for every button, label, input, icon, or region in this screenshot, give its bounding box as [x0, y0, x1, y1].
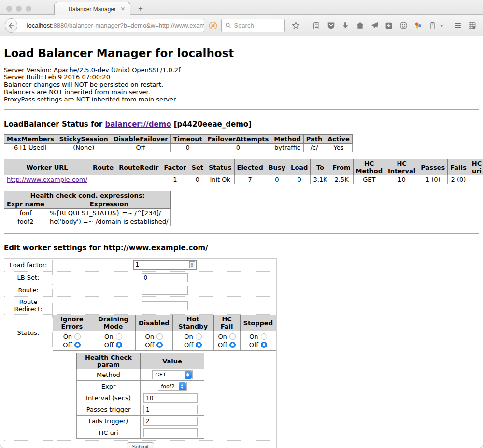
menu-button[interactable] [451, 19, 464, 32]
hot-standby-off-radio[interactable] [196, 342, 202, 348]
cell-to: 3.1K [311, 175, 330, 184]
save-page-button[interactable] [383, 19, 395, 32]
url-text[interactable]: localhost:8880/balancer-manager?b=demo&w… [27, 22, 204, 29]
cell-method: bytraffic [271, 144, 303, 152]
cell-disablefailover: Off [111, 144, 170, 152]
cell-elected: 7 [234, 175, 266, 184]
cell-expr-name: foof [4, 209, 47, 217]
cell-from: 2.5K [330, 175, 353, 184]
minimize-window-button[interactable] [16, 6, 22, 12]
hot-standby-on-radio[interactable] [196, 333, 202, 340]
block-indicator-button[interactable] [208, 19, 218, 32]
load-factor-label: Load factor: [4, 259, 53, 272]
hc-header-row: Health Check param Value [77, 353, 204, 369]
stopped-off-radio[interactable] [261, 342, 267, 348]
cell-expression: hc('body') =~ /domain is established/ [47, 217, 171, 226]
hc-method-label: Method [77, 369, 141, 381]
window-controls[interactable] [6, 6, 31, 12]
lb-set-input[interactable] [142, 273, 188, 282]
select-arrows-icon [179, 382, 186, 390]
colorful-dots-icon [413, 21, 423, 30]
draining-mode-on-radio[interactable] [116, 333, 122, 340]
col-maxmembers: MaxMembers [4, 135, 57, 144]
edit-worker-heading: Edit worker settings for http://www.exam… [4, 244, 479, 252]
col-disablefailover: DisableFailover [111, 135, 170, 144]
tab-bar: Balancer Manager ✕ + [0, 0, 483, 15]
cell-hc-interval: 10 [385, 175, 418, 184]
close-window-button[interactable] [6, 6, 12, 12]
stopped-on-radio[interactable] [261, 333, 267, 340]
proxypass-note-line: ProxyPass settings are NOT inherited fro… [4, 96, 479, 103]
search-field[interactable]: Search [221, 19, 285, 32]
route-redirect-input[interactable] [142, 301, 188, 310]
hc-interval-input[interactable] [143, 393, 198, 403]
cell-passes: 1 (0) [418, 175, 448, 184]
url-bar[interactable]: localhost:8880/balancer-manager?b=demo&w… [13, 19, 204, 32]
on-label: On [184, 333, 193, 340]
hc-passes-input[interactable] [143, 405, 198, 414]
balancer-demo-link[interactable]: balancer://demo [105, 120, 171, 129]
ignore-errors-off-radio[interactable] [74, 342, 81, 348]
device-button[interactable] [426, 19, 439, 32]
hc-fail-off-radio[interactable] [229, 342, 236, 348]
zoom-window-button[interactable] [26, 6, 31, 12]
bookmark-button[interactable] [289, 19, 302, 32]
cell-maxmembers: 6 [1 Used] [4, 144, 57, 152]
navigation-toolbar: localhost:8880/balancer-manager?b=demo&w… [0, 15, 483, 36]
col-stickysession: StickySession [57, 135, 111, 144]
save-page-icon [384, 21, 393, 30]
cell-stickysession: (None) [57, 144, 111, 152]
hc-method-select[interactable]: GET [152, 370, 193, 379]
col-passes: Passes [418, 159, 448, 175]
form-row-status: Status: Ignore Errors Draining Mode Disa… [4, 315, 277, 351]
cell-set: 0 [189, 175, 206, 184]
hc-expr-select[interactable]: foof2 [158, 382, 187, 391]
tiles-button[interactable] [466, 19, 478, 32]
on-label: On [104, 333, 113, 340]
page-title: Load Balancer Manager for localhost [4, 36, 479, 66]
hc-method-value: GET [153, 372, 185, 378]
device-icon [428, 21, 437, 30]
tab-balancer-manager[interactable]: Balancer Manager ✕ [54, 2, 130, 15]
hc-fails-input[interactable] [143, 417, 198, 426]
on-label: On [249, 333, 258, 340]
cell-failoverattempts: 0 [205, 144, 271, 152]
route-input[interactable] [142, 286, 188, 295]
load-factor-input[interactable] [133, 260, 197, 270]
back-button[interactable] [5, 18, 17, 33]
forget-button[interactable] [397, 19, 410, 32]
new-tab-button[interactable]: + [138, 4, 143, 14]
server-info: Server Version: Apache/2.5.0-dev (Unix) … [4, 66, 479, 103]
worker-url-link[interactable]: http://www.example.com/ [7, 176, 87, 183]
block-icon [208, 21, 218, 30]
disabled-off-radio[interactable] [156, 342, 163, 348]
hc-fail-on-radio[interactable] [229, 333, 236, 340]
draining-mode-off-radio[interactable] [116, 342, 122, 348]
col-failoverattempts: FailoverAttempts [205, 135, 271, 144]
reading-list-button[interactable] [310, 19, 323, 32]
ignore-errors-on-radio[interactable] [74, 333, 81, 340]
hc-uri-input[interactable] [143, 428, 198, 437]
cell-status: Init Ok [206, 175, 234, 184]
col-hc-param: Health Check param [77, 353, 141, 369]
home-button[interactable] [354, 19, 366, 32]
disabled-on-radio[interactable] [156, 333, 163, 340]
dropdown-caret-icon[interactable]: ▾ [440, 23, 443, 28]
colorful-dots-button[interactable] [412, 19, 424, 32]
pocket-button[interactable] [325, 19, 337, 32]
table-row: foof2 hc('body') =~ /domain is establish… [4, 217, 171, 226]
submit-button[interactable]: Submit [127, 442, 154, 448]
status-heading-suffix: [p4420eeae_demo] [171, 120, 252, 129]
tab-close-icon[interactable]: ✕ [121, 6, 125, 12]
cell-expr-name: foof2 [4, 217, 47, 226]
off-label: Off [184, 341, 193, 348]
reading-list-icon [312, 21, 321, 30]
col-hc-interval: HC Interval [385, 159, 418, 175]
hc-expr-value: foof2 [158, 383, 179, 390]
send-tab-button[interactable] [368, 19, 381, 32]
col-set: Set [189, 159, 206, 175]
off-label: Off [218, 341, 227, 348]
col-ignore-errors: Ignore Errors [53, 315, 91, 331]
downloads-button[interactable] [339, 19, 352, 32]
number-spinner-icon[interactable]: ▲▼ [189, 261, 195, 268]
